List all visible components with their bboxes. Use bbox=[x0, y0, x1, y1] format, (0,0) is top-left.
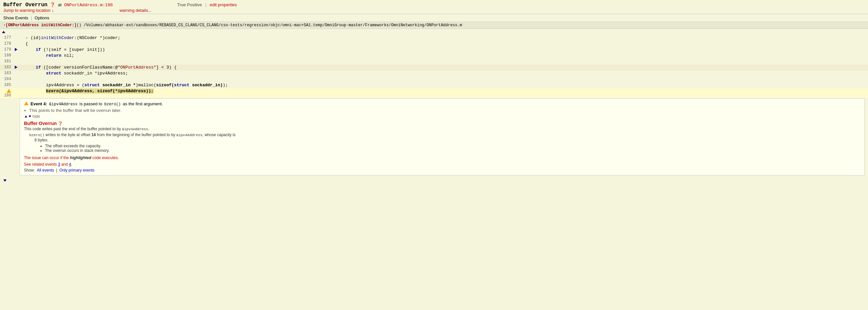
line-marker bbox=[13, 35, 19, 35]
event-is-passed-text: is passed to bbox=[80, 101, 102, 106]
nav-up-arrow[interactable] bbox=[2, 31, 5, 33]
line-marker bbox=[13, 53, 19, 53]
desc-text-1: This code writes past the end of the buf… bbox=[24, 127, 861, 131]
table-row: 179 if (!(self = [super init])) bbox=[0, 47, 868, 53]
line-number: 185 bbox=[0, 82, 13, 87]
warning-triangle-marker bbox=[6, 89, 11, 93]
toolbar: Show Events | Options bbox=[0, 14, 868, 22]
event-code2: bzero() bbox=[104, 102, 121, 107]
list-item: The overrun occurs in stack memory. bbox=[45, 148, 861, 153]
line-code: if ([coder versionForClassName:@"ONPortA… bbox=[19, 65, 868, 70]
table-row: 185 ipv4Address = (struct sockaddr_in *)… bbox=[0, 82, 868, 88]
related-event-3-link[interactable]: 3 bbox=[58, 162, 60, 167]
line-marker bbox=[13, 65, 19, 70]
line-marker bbox=[13, 88, 19, 89]
table-row: 183 struct sockaddr_in *ipv4Address; bbox=[0, 71, 868, 76]
desc-bzero-code: bzero() bbox=[29, 133, 44, 137]
code-area: 177 - (id)initWithCoder:(NSCoder *)coder… bbox=[0, 35, 868, 98]
buffer-overrun-icon: ❓ bbox=[58, 122, 63, 126]
line-marker bbox=[13, 41, 19, 41]
filepath-text: () /Volumes/abhaskar-ext/sandboxes/REBAS… bbox=[76, 23, 462, 28]
arrow-right-marker bbox=[15, 48, 18, 51]
line-code: struct sockaddr_in *ipv4Address; bbox=[19, 71, 868, 76]
filepath-bracket: -[ONPortAddress initWithCoder:] bbox=[3, 23, 76, 28]
related-event-4-link[interactable]: 4 bbox=[69, 162, 71, 167]
hide-link[interactable]: hide bbox=[32, 114, 40, 119]
location-link[interactable]: ONPortAddress.m:186 bbox=[64, 3, 113, 7]
buffer-overrun-title: Buffer Overrun ❓ bbox=[24, 121, 861, 126]
jump-to-warning-link[interactable]: Jump to warning location ↓ bbox=[3, 8, 54, 13]
nav-arrow-up-container bbox=[0, 29, 868, 35]
line-code: - (id)initWithCoder:(NSCoder *)coder; bbox=[19, 35, 868, 41]
line-code: ipv4Address = (struct sockaddr_in *)mall… bbox=[19, 82, 868, 88]
list-item: This points to the buffer that will be o… bbox=[29, 108, 861, 113]
highlighted-text: highlighted bbox=[70, 156, 91, 160]
event-details-list: This points to the buffer that will be o… bbox=[24, 108, 861, 113]
table-row: 177 - (id)initWithCoder:(NSCoder *)coder… bbox=[0, 35, 868, 41]
event-title: Event 4: &ipv4Address is passed to bzero… bbox=[24, 101, 861, 107]
line-code bbox=[19, 59, 868, 59]
line-marker bbox=[13, 71, 19, 71]
nav-prev-event-icon[interactable] bbox=[25, 115, 27, 117]
warning-details-link[interactable]: warning details... bbox=[120, 8, 152, 13]
line-number: 181 bbox=[0, 59, 13, 64]
desc-indent-1: bzero() writes to the byte at offset 14 … bbox=[29, 133, 861, 142]
line-marker bbox=[13, 82, 19, 83]
line-code: return nil; bbox=[19, 53, 868, 58]
list-item: 8 bytes. bbox=[34, 138, 861, 142]
table-row: 181 bbox=[0, 59, 868, 65]
issue-can-occur-text: The issue can occur if the highlighted c… bbox=[24, 156, 861, 160]
filepath-bar: -[ONPortAddress initWithCoder:]() /Volum… bbox=[0, 22, 868, 29]
warning-header: Buffer Overrun❓ at ONPortAddress.m:186 T… bbox=[0, 0, 868, 14]
line-number: 183 bbox=[0, 71, 13, 75]
table-row: 186 bzero(&ipv4Address, sizeof(*ipv4Addr… bbox=[0, 88, 868, 98]
edit-properties-link[interactable]: edit properties bbox=[210, 2, 237, 7]
desc-code-ipv4: &ipv4Address bbox=[122, 127, 148, 131]
line-code: { bbox=[19, 41, 868, 46]
line-number: 186 bbox=[0, 88, 13, 98]
only-primary-link[interactable]: Only primary events bbox=[59, 168, 95, 173]
options-link[interactable]: Options bbox=[34, 15, 49, 20]
line-number: 180 bbox=[0, 53, 13, 58]
event-box: Event 4: &ipv4Address is passed to bzero… bbox=[20, 98, 865, 175]
related-events-line: See related events 3 and 4. bbox=[24, 162, 861, 167]
warning-icon: ❓ bbox=[50, 2, 55, 7]
all-events-link[interactable]: All events bbox=[37, 168, 54, 173]
desc-code-ipv4-2: &ipv4Address bbox=[176, 133, 202, 137]
hide-controls: hide bbox=[25, 114, 861, 119]
table-row: 178 { bbox=[0, 41, 868, 47]
capacity-list: 8 bytes. bbox=[34, 138, 861, 142]
line-number: 184 bbox=[0, 76, 13, 81]
line-number: 177 bbox=[0, 35, 13, 40]
arrow-right-marker bbox=[15, 66, 18, 69]
event-first-arg-text: as the first argument. bbox=[123, 101, 163, 106]
line-number: 178 bbox=[0, 41, 13, 46]
table-row: 180 return nil; bbox=[0, 53, 868, 59]
line-code bbox=[19, 76, 868, 77]
at-text: at bbox=[58, 2, 61, 7]
line-marker bbox=[13, 76, 19, 77]
event-warning-icon bbox=[24, 101, 29, 105]
nav-down-arrow[interactable] bbox=[3, 179, 6, 182]
event-code1: &ipv4Address bbox=[49, 102, 78, 107]
show-events-link[interactable]: Show Events bbox=[3, 15, 28, 20]
line-marker bbox=[13, 59, 19, 59]
classification-label: True Positive bbox=[177, 2, 202, 7]
overrun-details-list: The offset exceeds the capacity. The ove… bbox=[34, 144, 861, 153]
line-number: 182 bbox=[0, 65, 13, 70]
show-events-line: Show: All events | Only primary events bbox=[24, 168, 861, 173]
line-code: if (!(self = [super init])) bbox=[19, 47, 868, 53]
event-label: Event 4: bbox=[31, 101, 47, 106]
table-row: 184 bbox=[0, 76, 868, 82]
warning-title: Buffer Overrun bbox=[3, 2, 47, 8]
table-row: 182 if ([coder versionForClassName:@"ONP… bbox=[0, 65, 868, 71]
list-item: The offset exceeds the capacity. bbox=[45, 144, 861, 148]
line-marker bbox=[13, 47, 19, 52]
offset-value: 14 bbox=[91, 133, 96, 137]
nav-next-event-icon[interactable] bbox=[29, 115, 31, 117]
nav-arrow-down-container bbox=[0, 177, 868, 184]
line-number: 179 bbox=[0, 47, 13, 52]
line-code: bzero(&ipv4Address, sizeof(*ipv4Address)… bbox=[19, 88, 868, 94]
